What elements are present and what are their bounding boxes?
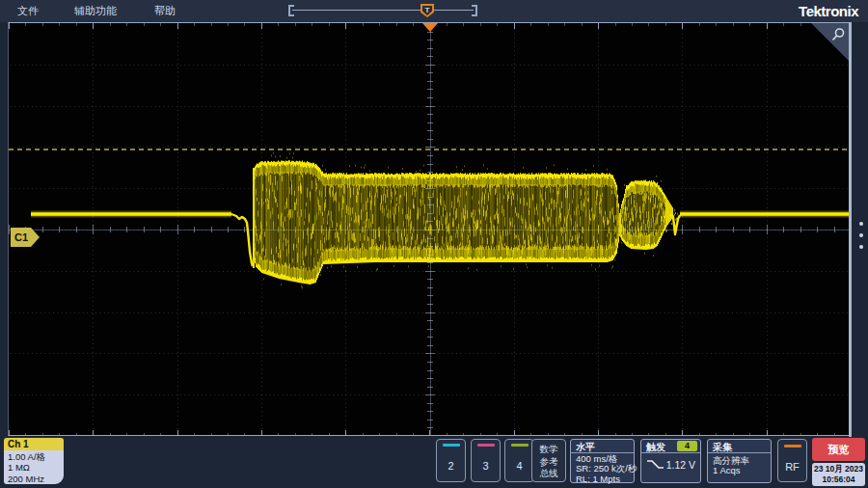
channel-4-label: 4 [505, 460, 533, 472]
channel-3-badge[interactable]: 3 [471, 439, 501, 482]
math-ref-bus-badge[interactable]: 数学 参考 总线 [531, 439, 566, 482]
rf-color-line [784, 445, 801, 447]
acquisition-panel[interactable]: 采集 高分辨率 1 Acqs [707, 439, 772, 483]
trigger-level: 1.12 V [666, 459, 695, 471]
trigger-pan-handle-label: T [422, 6, 432, 15]
trigger-source-badge: 4 [677, 441, 697, 451]
trigger-pan-handle[interactable]: T [420, 4, 434, 17]
ref-label: 参考 [532, 456, 565, 469]
waveform-display[interactable]: C1 [8, 22, 850, 436]
channel-1-badge[interactable]: Ch 1 1.00 A/格 1 MΩ 200 MHz [4, 438, 64, 484]
channel-3-color-line [477, 444, 495, 447]
channel-1-impedance: 1 MΩ [8, 462, 64, 473]
channel-1-bandwidth: 200 MHz [8, 474, 64, 484]
rf-badge[interactable]: RF [777, 439, 807, 482]
results-bar-divider [849, 22, 852, 437]
menu-utility[interactable]: 辅助功能 [74, 4, 117, 18]
menu-file[interactable]: 文件 [17, 4, 39, 18]
menu-bar: 文件 辅助功能 帮助 T Tektronix [0, 0, 868, 22]
channel-2-color-line [443, 444, 460, 447]
pan-right-bracket-icon [473, 5, 477, 16]
channel-3-label: 3 [472, 460, 500, 472]
pan-left-bracket-icon [288, 5, 293, 16]
channel-4-badge[interactable]: 4 [504, 439, 534, 482]
preview-button[interactable]: 预览 [812, 438, 865, 461]
channel-2-badge[interactable]: 2 [436, 439, 466, 482]
acquisition-count: 1 Acqs [713, 466, 766, 475]
channel-2-label: 2 [437, 460, 465, 472]
bus-label: 总线 [532, 468, 565, 480]
trigger-title-text: 触发 [646, 442, 665, 452]
channel-1-title: Ch 1 [4, 438, 64, 450]
date-text: 23 10月 2023 [812, 464, 865, 474]
results-drag-handle-icon[interactable] [854, 214, 868, 253]
menu-help[interactable]: 帮助 [154, 4, 176, 18]
waveform-canvas[interactable] [9, 23, 851, 436]
horizontal-pan-slider[interactable]: T [288, 3, 477, 18]
rf-label: RF [778, 461, 806, 473]
datetime-box[interactable]: 23 10月 2023 10:56:04 [812, 463, 865, 486]
acquisition-panel-title: 采集 [708, 440, 771, 453]
tektronix-logo: Tektronix [799, 3, 858, 19]
settings-bar: Ch 1 1.00 A/格 1 MΩ 200 MHz 2 3 4 数学 参考 总… [0, 437, 868, 488]
falling-edge-icon [645, 458, 665, 471]
math-label: 数学 [532, 444, 565, 456]
trigger-panel[interactable]: 触发 4 1.12 V [640, 439, 701, 483]
channel-1-scale: 1.00 A/格 [8, 451, 64, 462]
channel-4-color-line [511, 444, 529, 447]
magnifier-icon[interactable] [829, 27, 846, 43]
horizontal-panel-title: 水平 [571, 440, 634, 453]
trigger-panel-title: 触发 4 [641, 440, 700, 453]
trigger-position-icon[interactable] [422, 23, 438, 32]
horizontal-panel[interactable]: 水平 400 ms/格 SR: 250 k次/秒 RL: 1 Mpts [570, 439, 635, 483]
time-text: 10:56:04 [812, 474, 865, 485]
channel-1-settings: 1.00 A/格 1 MΩ 200 MHz [4, 450, 64, 484]
pan-track [292, 10, 474, 11]
record-length: RL: 1 Mpts [576, 474, 629, 484]
